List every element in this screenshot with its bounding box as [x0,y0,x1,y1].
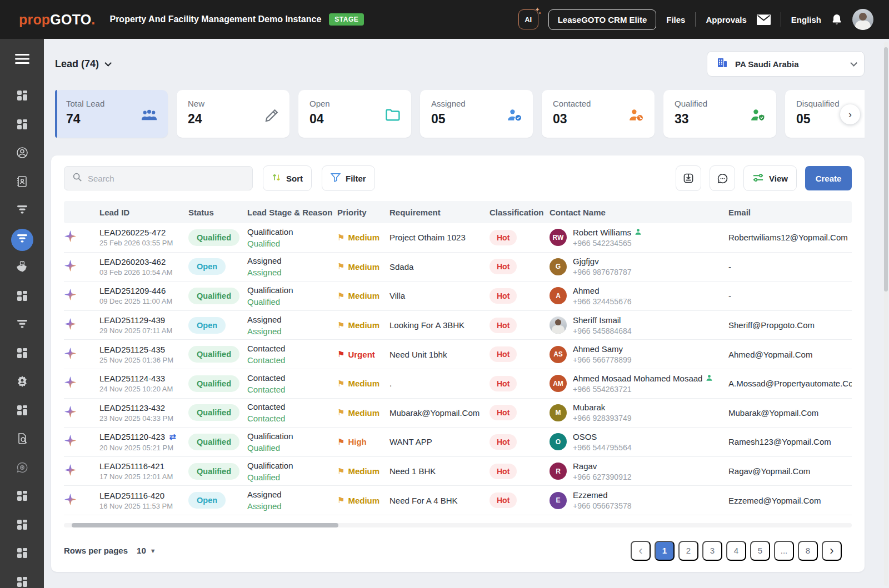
sidebar-item-apps-grid-6[interactable] [11,486,33,508]
sidebar-item-funnel-2[interactable] [11,314,33,336]
stage-cell: AssignedAssigned [247,490,337,511]
filter-button[interactable]: Filter [322,165,375,191]
files-link[interactable]: Files [666,15,685,24]
sidebar-item-funnel-1[interactable] [11,200,33,222]
stat-card-open[interactable]: Open04 [298,90,411,138]
contact-name: Ezzemed [573,490,632,500]
table-row[interactable]: LEAD251124-43324 Nov 2025 10:20 AMQualif… [64,369,852,399]
comments-button[interactable] [710,165,735,191]
lead-id: LEAD260225-472 [99,228,188,237]
contact-cell: RWRobert Williams+966 542234565 [550,228,728,248]
logo-goto: GOTO [50,12,91,27]
language-selector[interactable]: English [791,15,821,24]
user-avatar[interactable] [852,9,873,30]
contact-phone: +966 554263721 [573,385,713,394]
sidebar-item-leads[interactable] [11,229,33,251]
lead-id-cell: LEAD260225-47225 Feb 2026 03:55 PM [99,228,188,247]
contact-phone: +966 324455676 [573,297,632,306]
org-selector[interactable]: PA Saudi Arabia [707,51,865,77]
pagination-next[interactable]: › [822,541,842,561]
pagination-page-4[interactable]: 4 [726,541,746,561]
sidebar-item-apps-grid-9[interactable] [11,572,33,588]
lead-reason: Contacted [247,385,337,394]
pagination-page-1[interactable]: 1 [655,541,675,561]
sidebar-item-settings-gear[interactable] [11,371,33,394]
flag-icon: ⚑ [337,408,344,418]
table-row[interactable]: LEAD251116-42016 Nov 2025 11:53 PMOpenAs… [64,486,852,515]
sidebar-item-apps-grid-8[interactable] [11,543,33,565]
horizontal-scrollbar-thumb[interactable] [72,523,338,527]
sidebar-item-support-chat[interactable] [11,458,33,480]
stat-card-qualified[interactable]: Qualified33 [663,90,776,138]
stats-next-button[interactable]: › [840,104,860,124]
download-button[interactable] [676,165,701,191]
lead-id: LEAD251116-420 [99,491,188,500]
bell-icon[interactable] [831,13,842,26]
stat-card-assigned[interactable]: Assigned05 [420,90,533,138]
pagination-prev[interactable]: ‹ [631,541,651,561]
approvals-link[interactable]: Approvals [706,15,746,24]
contact-info: Gjgfjgv+966 987678787 [573,257,632,277]
sidebar-item-contacts-book[interactable] [11,172,33,194]
sidebar-item-apps-grid-7[interactable] [11,515,33,537]
rows-per-page-select[interactable]: 10 ▼ [137,546,156,555]
apps-grid-5-icon [16,404,28,419]
status-badge: Qualified [188,346,239,363]
table-row[interactable]: LEAD251116-42117 Nov 2025 12:01 AMQualif… [64,457,852,486]
org-selector-value: PA Saudi Arabia [735,59,843,69]
table-row[interactable]: LEAD251129-43929 Nov 2025 07:11 AMOpenAs… [64,311,852,340]
pagination-page-3[interactable]: 3 [702,541,722,561]
contact-name: Ahmed [573,286,632,295]
stage-badge: STAGE [329,13,364,26]
people-icon [141,108,158,124]
horizontal-scrollbar [64,523,852,527]
classification-badge: Hot [490,259,517,274]
lead-id-cell: LEAD251116-42016 Nov 2025 11:53 PM [99,491,188,510]
stat-card-total-lead[interactable]: Total Lead74 [55,90,168,138]
email-cell: Ahmed@Yopmail.Com [728,350,852,359]
main-content: Lead (74) PA Saudi Arabia Total Lead74Ne… [44,39,889,588]
table-row[interactable]: LEAD251125-43525 Nov 2025 01:36 PMQualif… [64,340,852,369]
create-button[interactable]: Create [805,166,852,190]
lead-sparkle-cell [64,347,99,362]
pagination-page-5[interactable]: 5 [750,541,770,561]
gemini-sparkle-icon [64,293,77,303]
sidebar-item-dashboard-grid-2[interactable] [11,114,33,137]
sidebar-item-deals-handshake[interactable] [11,257,33,279]
sidebar-item-apps-grid-3[interactable] [11,286,33,308]
page-title-dropdown[interactable]: Lead (74) [55,58,109,70]
sidebar-item-hamburger-menu[interactable] [11,49,33,71]
folder-icon [385,108,401,124]
vertical-scrollbar-thumb[interactable] [884,47,888,292]
table-row[interactable]: LEAD251123-43223 Nov 2025 04:33 PMQualif… [64,399,852,428]
priority-label: Medium [348,233,379,242]
table-row[interactable]: LEAD260225-47225 Feb 2026 03:55 PMQualif… [64,223,852,253]
search-input[interactable] [88,174,244,183]
transfer-icon: ⇄ [169,432,176,442]
stat-card-contacted[interactable]: Contacted03 [542,90,655,138]
table-row[interactable]: LEAD251120-423⇄20 Nov 2025 05:21 PMQuali… [64,428,852,457]
column-header-lead-id: Lead ID [99,208,188,217]
sidebar-item-customers[interactable] [11,143,33,165]
requirement-cell: Need For A 4 BHK [389,496,490,505]
table-row[interactable]: LEAD260203-46203 Feb 2026 10:54 AMOpenAs… [64,253,852,282]
stat-card-new[interactable]: New24 [177,90,289,138]
email-cell: Robertwiliams12@Yopmail.Com [728,233,852,242]
pagination-page-8[interactable]: 8 [798,541,818,561]
email-cell: Ezzemed@Yopmail.Com [728,496,852,505]
crm-elite-button[interactable]: LeaseGOTO CRM Elite [548,9,657,30]
view-button[interactable]: View [743,165,797,191]
sidebar-item-document-search[interactable] [11,429,33,451]
toolbar-right: View Create [676,165,852,191]
mail-icon[interactable] [757,14,771,25]
sidebar-item-apps-grid-5[interactable] [11,400,33,423]
sidebar-item-apps-grid-4[interactable] [11,343,33,365]
sort-button[interactable]: Sort [263,165,312,191]
contact-avatar: G [550,258,567,275]
ai-assistant-button[interactable]: AI✦✦ [518,9,538,29]
pagination-page-2[interactable]: 2 [678,541,698,561]
contact-info: Ahmed Samy+966 566778899 [573,344,632,364]
sidebar-item-dashboard-grid-1[interactable] [11,86,33,108]
table-row[interactable]: LEAD251209-44609 Dec 2025 11:00 AMQualif… [64,282,852,311]
search-box [64,166,253,190]
